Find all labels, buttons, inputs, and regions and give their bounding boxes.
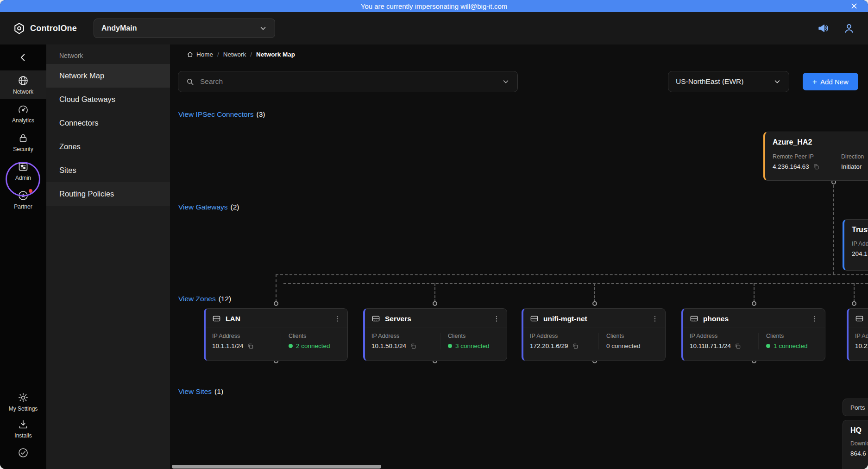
star-circle-icon: [18, 190, 29, 201]
lock-icon: [18, 133, 29, 144]
zone-ip-value: 10.118.71.1/24: [690, 342, 731, 349]
status-check-icon[interactable]: [0, 442, 46, 463]
sidebar-item-connectors[interactable]: Connectors: [46, 111, 170, 135]
chevron-down-icon: [773, 77, 781, 86]
impersonation-banner: You are currently impersonating will@big…: [0, 0, 868, 12]
section-gateways: View Gateways (2): [178, 203, 239, 211]
field-label: Clients: [766, 333, 808, 339]
rail-label: My Settings: [9, 406, 38, 412]
sidebar-item-zones[interactable]: Zones: [46, 135, 170, 158]
zone-card-servers[interactable]: Servers IP Address 10.1.50.1/24 Clients …: [363, 308, 507, 361]
copy-icon[interactable]: [410, 343, 416, 349]
breadcrumb-network[interactable]: Network: [223, 51, 246, 58]
zone-clients-status: 3 connected: [448, 342, 490, 349]
field-label: IP Address: [530, 333, 598, 339]
breadcrumb-home[interactable]: Home: [187, 51, 213, 58]
collapse-sidebar-button[interactable]: [0, 44, 46, 70]
brand: ControlOne: [13, 22, 77, 35]
view-gateways-link[interactable]: View Gateways: [178, 203, 228, 211]
zones-count: (12): [219, 295, 232, 303]
topology-connector-line: [854, 283, 855, 302]
sidebar-item-sites[interactable]: Sites: [46, 158, 170, 182]
gear-icon: [18, 392, 29, 403]
zone-icon: [530, 314, 539, 323]
status-dot: [766, 344, 770, 348]
copy-icon[interactable]: [813, 164, 819, 170]
rail-label: Admin: [15, 175, 31, 181]
close-icon[interactable]: [850, 2, 858, 10]
more-options-icon[interactable]: [811, 315, 818, 323]
sidebar-item-cloud-gateways[interactable]: Cloud Gateways: [46, 88, 170, 111]
topology-connector-line: [276, 274, 277, 302]
gateway-card-title: Trust: [852, 226, 868, 234]
zone-card-unifi-mgt-net[interactable]: unifi-mgt-net IP Address 172.20.1.6/29 C…: [522, 308, 666, 361]
topology-connector-line: [754, 283, 755, 302]
view-zones-link[interactable]: View Zones: [178, 295, 216, 303]
view-sites-link[interactable]: View Sites: [178, 387, 212, 396]
more-options-icon[interactable]: [651, 315, 659, 323]
home-icon: [187, 51, 194, 58]
gateway-card-trust[interactable]: Trust IP Address 204.1: [843, 219, 868, 271]
sidebar-section-title: Network: [46, 44, 170, 64]
search-input[interactable]: [200, 77, 496, 86]
org-selector-dropdown[interactable]: AndyMain: [94, 19, 275, 38]
topology-node-dot: [852, 301, 856, 306]
ipsec-card-azure-ha2[interactable]: Azure_HA2 Remote Peer IP 4.236.164.63 Di…: [763, 132, 868, 181]
zone-ip-value: 172.20.1.6/29: [530, 342, 568, 349]
main-content: Home / Network / Network Map US-NorthEas…: [170, 44, 868, 469]
copy-icon[interactable]: [572, 343, 579, 349]
sidebar-item-partner[interactable]: Partner: [0, 185, 46, 214]
sidebar-item-my-settings[interactable]: My Settings: [0, 388, 46, 415]
field-label: IP Address: [690, 333, 758, 339]
sidebar-item-network-map[interactable]: Network Map: [46, 64, 170, 88]
field-label: IP Address: [212, 333, 281, 339]
ipsec-card-title: Azure_HA2: [773, 138, 868, 146]
controlone-logo-icon: [13, 22, 25, 35]
field-label: IP Address: [852, 241, 868, 247]
site-card-hq[interactable]: HQ Download 864.6: [843, 420, 868, 469]
sidebar-item-routing-policies[interactable]: Routing Policies: [46, 182, 170, 206]
rail-bottom-group: My Settings Installs: [0, 388, 46, 469]
site-card-title: HQ: [850, 426, 868, 435]
view-ipsec-connectors-link[interactable]: View IPSec Connectors: [178, 110, 254, 119]
breadcrumb-separator: /: [250, 51, 252, 58]
top-navbar: ControlOne AndyMain: [0, 12, 868, 44]
sidebar-item-network[interactable]: Network: [0, 70, 46, 99]
zone-icon: [690, 314, 698, 323]
sidebar-item-analytics[interactable]: Analytics: [0, 99, 46, 128]
ports-tab[interactable]: Ports: [843, 399, 868, 416]
horizontal-scrollbar[interactable]: [172, 465, 381, 469]
announcement-icon[interactable]: [817, 22, 829, 34]
chevron-down-icon[interactable]: [502, 77, 510, 86]
sidebar-item-installs[interactable]: Installs: [0, 415, 46, 442]
topology-node-dot: [592, 301, 597, 306]
globe-icon: [18, 75, 29, 86]
brand-name: ControlOne: [30, 24, 77, 33]
zone-clients-status: 0 connected: [606, 342, 641, 349]
sidebar-item-security[interactable]: Security: [0, 128, 46, 157]
impersonation-text: You are currently impersonating will@big…: [361, 2, 507, 10]
topology-node-dot: [274, 301, 278, 306]
user-account-icon[interactable]: [843, 22, 855, 34]
zone-card-partial[interactable]: L IP Address 10.21: [847, 308, 868, 361]
chevron-down-icon: [259, 24, 267, 32]
ports-label: Ports: [850, 404, 865, 411]
more-options-icon[interactable]: [493, 315, 500, 323]
org-selector-value: AndyMain: [101, 24, 137, 32]
field-label: Clients: [606, 333, 641, 339]
region-selector-value: US-NorthEast (EWR): [676, 77, 743, 86]
zone-card-lan[interactable]: LAN IP Address 10.1.1.1/24 Clients 2 con…: [204, 308, 348, 361]
region-selector-dropdown[interactable]: US-NorthEast (EWR): [668, 71, 789, 92]
copy-icon[interactable]: [735, 343, 741, 349]
sidebar-item-admin[interactable]: Admin: [0, 157, 46, 185]
topology-connector-line: [276, 274, 868, 275]
ipsec-card-fields: Remote Peer IP 4.236.164.63 Direction In…: [773, 153, 868, 170]
zone-icon: [371, 314, 380, 323]
more-options-icon[interactable]: [333, 315, 341, 323]
copy-icon[interactable]: [247, 343, 254, 349]
network-sidebar: Network Network Map Cloud Gateways Conne…: [46, 44, 170, 469]
zone-card-phones[interactable]: phones IP Address 10.118.71.1/24 Clients…: [681, 308, 825, 361]
gauge-icon: [18, 104, 29, 115]
add-new-button[interactable]: + Add New: [803, 73, 858, 90]
field-label: IP Address: [855, 333, 868, 339]
